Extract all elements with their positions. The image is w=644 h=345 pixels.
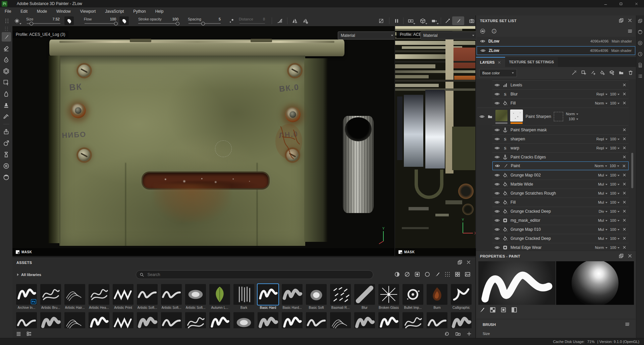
- opacity-value[interactable]: 100: [610, 236, 620, 240]
- close-panel-icon[interactable]: [627, 18, 633, 23]
- asset-thumbnail[interactable]: [40, 284, 61, 305]
- asset-artistic-hea-[interactable]: Artistic Hea...: [87, 284, 111, 311]
- asset-thumbnail[interactable]: [427, 312, 447, 328]
- asset-thumbnail[interactable]: [137, 312, 158, 328]
- brush-section-header[interactable]: BRUSH: [476, 319, 637, 330]
- opacity-value[interactable]: 100: [610, 92, 620, 96]
- visibility-eye-icon[interactable]: [494, 182, 500, 187]
- asset-thumbnail[interactable]: [306, 284, 327, 305]
- asset-thumbnail[interactable]: [451, 312, 472, 328]
- asset-thumbnail[interactable]: [89, 312, 109, 328]
- visibility-eye-icon[interactable]: [494, 218, 500, 223]
- opacity-value[interactable]: 100: [610, 191, 620, 195]
- asset-artistic-bru-[interactable]: Artistic Bru...: [39, 284, 63, 311]
- asset-row2[interactable]: [135, 312, 159, 328]
- asset-thumbnail[interactable]: [282, 284, 303, 305]
- asset-thumbnail[interactable]: [402, 312, 423, 328]
- asset-row2[interactable]: [159, 312, 183, 328]
- asset-row2[interactable]: [111, 312, 135, 328]
- split-view-button[interactable]: [407, 17, 414, 24]
- asset-row2[interactable]: [256, 312, 280, 328]
- asset-thumbnail[interactable]: [161, 284, 182, 305]
- size-slider[interactable]: [27, 23, 60, 24]
- tool-properties-icon[interactable]: [479, 306, 485, 313]
- visibility-eye-icon[interactable]: [494, 209, 500, 214]
- search-input[interactable]: [147, 272, 370, 277]
- asset-row2[interactable]: [401, 312, 425, 328]
- opacity-value[interactable]: 100: [610, 146, 620, 150]
- stroke-opacity-slider[interactable]: [138, 23, 178, 24]
- filter-environments-icon[interactable]: [465, 271, 471, 277]
- filter-smart-materials-icon[interactable]: [404, 271, 410, 277]
- asset-artistic-soft-[interactable]: Artistic Soft...: [135, 284, 159, 311]
- blend-mode[interactable]: Mul: [598, 182, 607, 186]
- asset-basic-hard-[interactable]: Basic Hard...: [280, 284, 304, 311]
- minimize-button[interactable]: [598, 0, 613, 7]
- spacing-slider[interactable]: [189, 23, 221, 24]
- texture-set-row-zlow[interactable]: ZLow4096x4096Main shader: [477, 46, 635, 55]
- asset-thumbnail[interactable]: [185, 284, 206, 305]
- add-layer-icon[interactable]: [581, 70, 586, 75]
- material-picker-tool[interactable]: [2, 112, 11, 121]
- asset-thumbnail[interactable]: [282, 312, 303, 328]
- visibility-eye-icon[interactable]: [494, 127, 500, 133]
- list-options-icon[interactable]: [627, 28, 633, 34]
- remove-layer-icon[interactable]: [622, 164, 626, 168]
- log-icon[interactable]: [638, 63, 643, 68]
- tab-layers[interactable]: LAYERS: [476, 57, 505, 67]
- channel-dropdown[interactable]: Base color: [479, 69, 517, 77]
- opacity-value[interactable]: 100: [569, 117, 578, 121]
- float-panel-icon[interactable]: [457, 260, 463, 265]
- layer-row-warp[interactable]: SwarpRepl100: [492, 143, 629, 152]
- add-folder-icon[interactable]: [619, 70, 624, 75]
- flow-value[interactable]: 100: [97, 17, 116, 21]
- filter-textures-icon[interactable]: [454, 271, 461, 277]
- asset-thumbnail[interactable]: [161, 312, 182, 328]
- section-options-icon[interactable]: [625, 322, 630, 327]
- layer-scrollbar[interactable]: [631, 153, 633, 188]
- add-effect-icon[interactable]: [572, 70, 577, 75]
- asset-thumbnail[interactable]: [354, 312, 375, 328]
- material-dropdown-3d[interactable]: Material: [338, 31, 394, 40]
- blend-mode[interactable]: Div: [599, 209, 607, 213]
- solo-texture-set-icon[interactable]: 1: [491, 28, 497, 34]
- asset-thumbnail[interactable]: [402, 284, 423, 305]
- symmetry-settings-icon[interactable]: [302, 17, 309, 24]
- float-panel-icon[interactable]: [619, 18, 624, 23]
- stroke-opacity-value[interactable]: 100: [148, 17, 178, 21]
- blend-mode[interactable]: Norm: [595, 246, 607, 250]
- asset-thumbnail[interactable]: [209, 312, 230, 328]
- texture-set-row-dlow[interactable]: DLow4096x4096Main shader: [477, 37, 635, 46]
- filter-alphas-icon[interactable]: [444, 271, 450, 277]
- asset-thumbnail[interactable]: [64, 312, 85, 328]
- asset-row2[interactable]: [63, 312, 87, 328]
- blend-mode[interactable]: Mul: [598, 236, 607, 240]
- layer-row-metal-edge-wear[interactable]: Metal Edge WearNorm100: [492, 243, 629, 251]
- remove-layer-icon[interactable]: [622, 245, 627, 250]
- asset-thumbnail[interactable]: [330, 312, 351, 328]
- resources-updater[interactable]: [2, 161, 11, 170]
- alpha-properties-icon[interactable]: [489, 306, 496, 313]
- list-view-icon[interactable]: [16, 331, 21, 337]
- eraser-tool[interactable]: [2, 44, 11, 53]
- asset-thumbnail[interactable]: Ps: [16, 284, 37, 305]
- asset-blur[interactable]: Blur: [353, 284, 377, 311]
- asset-thumbnail[interactable]: [258, 312, 278, 328]
- asset-artistic-soft-[interactable]: Artistic Soft...: [183, 284, 208, 311]
- layer-row-fill[interactable]: FillMul100: [492, 198, 629, 206]
- asset-basmati-r-[interactable]: Basmati R...: [328, 284, 353, 311]
- close-panel-icon[interactable]: [466, 260, 471, 265]
- material-dropdown-2d[interactable]: Material: [420, 31, 476, 40]
- screenshot-button[interactable]: [468, 17, 475, 24]
- asset-basic-hard[interactable]: Basic Hard: [256, 284, 280, 311]
- tab-texture-set-settings[interactable]: TEXTURE SET SETTINGS: [505, 57, 558, 67]
- menu-file[interactable]: File: [0, 9, 16, 14]
- asset-thumbnail[interactable]: [378, 284, 399, 305]
- remove-layer-icon[interactable]: [622, 200, 627, 204]
- projection-tool[interactable]: [2, 55, 11, 64]
- asset-thumbnail[interactable]: [354, 284, 375, 305]
- spacing-value[interactable]: 5: [201, 17, 221, 21]
- remove-layer-icon[interactable]: [622, 101, 627, 105]
- 3d-2d-view-button[interactable]: [419, 17, 426, 24]
- visibility-eye-icon[interactable]: [494, 245, 500, 250]
